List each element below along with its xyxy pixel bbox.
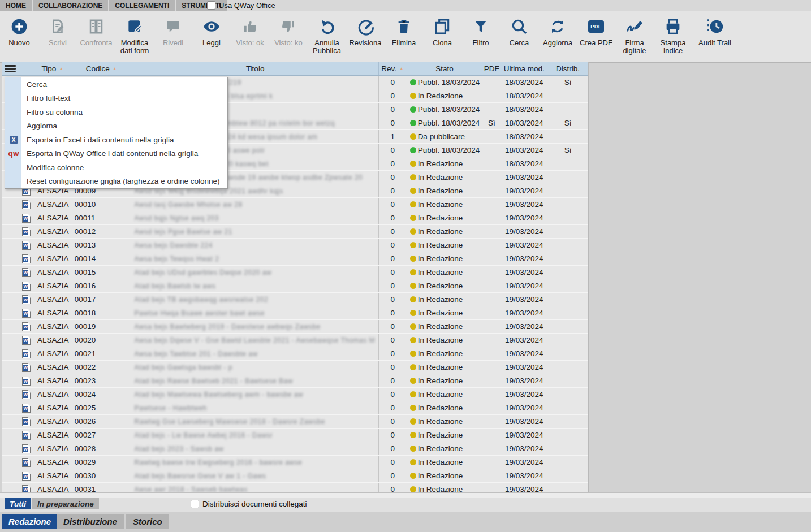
table-row[interactable]: WALSAZIA00026Rawtwg Gse Lawseberg Mawsws… [2, 415, 588, 429]
column-header-icon[interactable] [19, 62, 34, 75]
column-header-tipo[interactable]: Tipo▲ [34, 62, 71, 75]
word-document-icon: W [22, 254, 31, 263]
table-row[interactable]: WALSAZIA00031Awse awr 2018 - Sawseb bawt… [2, 483, 588, 492]
table-row[interactable]: WALSAZIA00028Atad bejs 2023 - Sawsb aw0I… [2, 442, 588, 456]
filtro-button[interactable]: Filtro [461, 11, 500, 61]
tab-collegamenti[interactable]: COLLEGAMENTI [109, 0, 175, 11]
table-row[interactable]: WALSAZIA00029Rawtwg bawse trw Ewgseberg … [2, 456, 588, 469]
subtab-tutti[interactable]: Tutti [5, 498, 31, 509]
cerca-button[interactable]: Cerca [500, 11, 538, 61]
revisiona-button[interactable]: Revisiona [346, 11, 385, 61]
distribuisci-checkbox[interactable] [191, 500, 199, 508]
tab-redazione[interactable]: Redazione [2, 514, 58, 529]
table-row[interactable]: WALSAZIA00019Awsa bejs Bawtwberg 2019 - … [2, 320, 588, 334]
cell-tipo: ALSAZIA [34, 401, 71, 414]
column-header-ultima-mod[interactable]: Ultima mod. [501, 62, 547, 75]
column-header-stato[interactable]: Stato [407, 62, 483, 75]
context-menu-item[interactable]: qwEsporta in QWay Office i dati contenut… [5, 147, 227, 161]
table-row[interactable]: WALSAZIA00027Atad bejs - Lw Bawse Awbej … [2, 429, 588, 442]
status-dot [410, 215, 416, 221]
search-icon [510, 16, 528, 37]
crea-pdf-button[interactable]: PDF Crea PDF [577, 11, 615, 61]
aggiorna-button[interactable]: Aggiorna [538, 11, 577, 61]
cell-pdf [482, 157, 501, 170]
word-document-icon: W [22, 404, 31, 413]
cell-titolo: Awsd tasj Gawsbe Mhotse aw 28 [132, 198, 379, 211]
tab-storico[interactable]: Storico [126, 514, 169, 529]
cell-ultima-mod: 19/03/2024 [501, 306, 547, 319]
cell-codice: 00026 [71, 415, 132, 428]
context-menu-item[interactable]: Filtro su colonna [5, 105, 227, 119]
leggi-button[interactable]: Leggi [192, 11, 231, 61]
table-row[interactable]: WALSAZIA00025Pawtsese - Hawbtweh0In Reda… [2, 401, 588, 415]
rivedi-button[interactable]: Rivedi [154, 11, 192, 61]
table-row[interactable]: WALSAZIA00013Awsa bejs Dawsbte 2240In Re… [2, 239, 588, 252]
cell-stato: In Redazione [407, 374, 483, 387]
cell-codice: 00010 [71, 198, 132, 211]
column-header-titolo[interactable]: Titolo [132, 62, 379, 75]
title-redacted: Awse awr 2018 - Sawseb bawtwas [135, 486, 248, 493]
context-menu-item-label: Modifica colonne [27, 163, 84, 172]
cell-pdf [482, 415, 501, 428]
doc-type-cell: W [19, 198, 34, 211]
cell-titolo: Awsa bejs Tawbtse 201 - Dawsbte aw [132, 347, 379, 360]
table-row[interactable]: WALSAZIA00015Atad bejs UDsd gawrbtes Dwq… [2, 266, 588, 279]
clone-copy-icon [433, 16, 451, 37]
visto-ko-button[interactable]: Annulla Pubblica Visto: ko [269, 11, 308, 61]
table-row[interactable]: WALSAZIA00030Atad bejs Bawsrse Gwse V aw… [2, 469, 588, 483]
table-row[interactable]: WALSAZIA00020Awsa bejs Dqwse V - Gse Baw… [2, 334, 588, 347]
scrivi-button[interactable]: Scrivi [38, 11, 77, 61]
table-row[interactable]: WALSAZIA00024Atad bejs Mawtsewa Bawtsebe… [2, 388, 588, 401]
table-row[interactable]: WALSAZIA00016Atad bejs Bawtsb lw aws0In … [2, 279, 588, 293]
status-label: In Redazione [418, 268, 463, 276]
usa-qway-office-checkbox[interactable] [207, 1, 215, 10]
table-row[interactable]: WALSAZIA00021Awsa bejs Tawbtse 201 - Daw… [2, 347, 588, 361]
tab-distribuzione[interactable]: Distribuzione [57, 514, 124, 529]
subtab-in-preparazione[interactable]: In preparazione [32, 498, 99, 509]
word-document-icon: W [22, 485, 31, 493]
column-header-rev[interactable]: Rev.▲ [379, 62, 407, 75]
table-row[interactable]: WALSAZIA00012Awsd tejs Pgse Bawtse aw 21… [2, 225, 588, 239]
visto-ok-button[interactable]: Visto: ok [231, 11, 269, 61]
cell-distrib: Sì [547, 144, 588, 157]
clona-button[interactable]: Clona [423, 11, 461, 61]
column-header-pdf[interactable]: PDF [482, 62, 501, 75]
modifica-dati-form-button[interactable]: Modifica dati form [115, 11, 154, 61]
context-menu-item[interactable]: XEsporta in Excel i dati contenuti nella… [5, 133, 227, 147]
write-document-icon [49, 16, 66, 37]
status-label: In Redazione [418, 241, 463, 249]
row-selector-cell [2, 252, 19, 265]
context-menu-item[interactable]: Modifica colonne [5, 161, 227, 175]
table-row[interactable]: WALSAZIA00022Atad bejs Gawtsga bawsbt - … [2, 361, 588, 374]
status-dot [410, 296, 416, 302]
audit-trail-button[interactable]: Audit Trail [692, 11, 737, 61]
tab-home[interactable]: HOME [0, 0, 32, 11]
doc-type-cell: W [19, 374, 34, 387]
cell-stato: In Redazione [407, 320, 483, 333]
thumb-up-icon [241, 16, 258, 37]
table-row[interactable]: WALSAZIA00018Pawtse Hwqa Bsawe awstwr ba… [2, 306, 588, 320]
grid-menu-button[interactable] [2, 62, 19, 75]
tab-collaborazione[interactable]: COLLABORAZIONE [33, 0, 108, 11]
cell-rev: 0 [379, 483, 407, 492]
title-redacted: Atad bejs TB awgsbawqg awsrwatse 202 [135, 296, 269, 304]
column-header-codice[interactable]: Codice▲ [71, 62, 132, 75]
table-row[interactable]: WALSAZIA00017Atad bejs TB awgsbawqg awsr… [2, 293, 588, 306]
context-menu-item[interactable]: Cerca [5, 77, 227, 92]
column-header-distrib[interactable]: Distrib. [547, 62, 588, 75]
annulla-pubblica-button[interactable]: Annulla Pubblica [308, 11, 346, 61]
confronta-button[interactable]: Confronta [77, 11, 115, 61]
table-row[interactable]: WALSAZIA00023Atad bejs Rawse Bawtseb 202… [2, 374, 588, 388]
elimina-button[interactable]: Elimina [385, 11, 423, 61]
context-menu-item[interactable]: Filtro full-text [5, 92, 227, 106]
context-menu-item[interactable]: Aggiorna [5, 119, 227, 133]
context-menu-item[interactable]: Reset configurazione griglia (larghezza … [5, 175, 227, 189]
cell-ultima-mod: 19/03/2024 [501, 184, 547, 197]
cell-codice: 00024 [71, 388, 132, 401]
table-row[interactable]: WALSAZIA00011Awsd bqjs Ngtse awq 2030In … [2, 211, 588, 225]
firma-digitale-button[interactable]: Firma digitale [615, 11, 654, 61]
table-row[interactable]: WALSAZIA00010Awsd tasj Gawsbe Mhotse aw … [2, 198, 588, 211]
nuovo-button[interactable]: Nuovo [0, 11, 38, 61]
table-row[interactable]: WALSAZIA00014Awsa bejs Tewqss Hwat 20In … [2, 252, 588, 266]
stampa-indice-button[interactable]: Stampa Indice [654, 11, 692, 61]
